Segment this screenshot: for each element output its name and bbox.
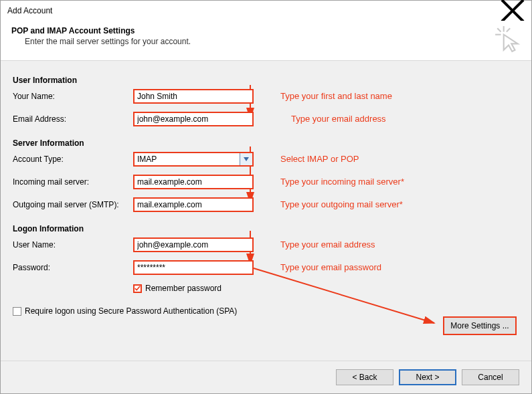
wizard-header: POP and IMAP Account Settings Enter the …	[1, 21, 531, 61]
input-username[interactable]	[133, 237, 254, 252]
wizard-footer: < Back Next > Cancel	[1, 361, 531, 393]
row-incoming: Incoming mail server: Type your incoming…	[13, 175, 519, 193]
svg-line-5	[507, 28, 510, 31]
checkbox-require-spa[interactable]	[13, 307, 21, 316]
wizard-body: User Information Your Name: Type your fi…	[1, 61, 531, 393]
input-incoming[interactable]	[133, 175, 254, 189]
wizard-title: POP and IMAP Account Settings	[11, 26, 522, 35]
label-incoming: Incoming mail server:	[13, 177, 133, 187]
input-email[interactable]	[133, 112, 254, 126]
row-remember-password: Remember password	[13, 283, 519, 296]
row-username: User Name: Type your email address	[13, 237, 519, 256]
more-settings-label: More Settings ...	[450, 321, 509, 330]
cancel-button[interactable]: Cancel	[462, 369, 519, 385]
hint-account-type: Select IMAP or POP	[280, 154, 359, 164]
label-account-type: Account Type:	[13, 155, 133, 164]
hint-username: Type your email address	[280, 239, 375, 250]
window-close-button[interactable]	[499, 1, 526, 20]
dropdown-button[interactable]	[240, 153, 252, 165]
cancel-button-label: Cancel	[478, 373, 503, 382]
label-email: Email Address:	[13, 114, 133, 124]
section-server-information: Server Information	[13, 138, 519, 148]
row-account-type: Account Type: IMAP Select IMAP or POP	[13, 152, 519, 171]
row-outgoing: Outgoing mail server (SMTP): Type your o…	[13, 197, 519, 216]
label-outgoing: Outgoing mail server (SMTP):	[13, 200, 133, 209]
more-settings-button[interactable]: More Settings ...	[443, 316, 517, 335]
next-button-label: Next >	[416, 373, 439, 382]
next-button[interactable]: Next >	[399, 369, 456, 385]
dropdown-account-type-value: IMAP	[135, 155, 240, 164]
label-remember-password: Remember password	[145, 284, 221, 293]
label-username: User Name:	[13, 240, 133, 250]
input-password[interactable]	[133, 260, 254, 275]
label-password: Password:	[13, 263, 133, 272]
checkbox-remember-password[interactable]	[133, 284, 142, 293]
label-require-spa: Require logon using Secure Password Auth…	[25, 306, 237, 316]
chevron-down-icon	[244, 157, 249, 161]
window-title: Add Account	[7, 6, 499, 15]
section-user-information: User Information	[13, 76, 519, 85]
input-outgoing[interactable]	[133, 197, 254, 212]
hint-your-name: Type your first and last name	[280, 91, 392, 101]
input-your-name[interactable]	[133, 89, 254, 104]
row-password: Password: Type your email password	[13, 260, 519, 279]
hint-outgoing: Type your outgoing mail server*	[280, 199, 403, 209]
titlebar: Add Account	[1, 1, 531, 21]
cursor-sparkle-icon	[494, 25, 522, 53]
wizard-subtitle: Enter the mail server settings for your …	[25, 37, 522, 46]
row-email: Email Address: Type your email address	[13, 112, 519, 130]
hint-email: Type your email address	[291, 114, 386, 124]
row-your-name: Your Name: Type your first and last name	[13, 89, 519, 108]
hint-incoming: Type your incoming mail server*	[280, 177, 404, 187]
add-account-window: Add Account POP and IMAP Account Setting…	[0, 0, 532, 394]
checkmark-icon	[135, 285, 141, 292]
back-button[interactable]: < Back	[336, 369, 393, 385]
back-button-label: < Back	[352, 373, 377, 382]
section-logon-information: Logon Information	[13, 224, 519, 233]
hint-password: Type your email password	[280, 262, 381, 272]
dropdown-account-type[interactable]: IMAP	[133, 152, 254, 167]
svg-line-4	[497, 28, 501, 31]
label-your-name: Your Name:	[13, 92, 133, 101]
